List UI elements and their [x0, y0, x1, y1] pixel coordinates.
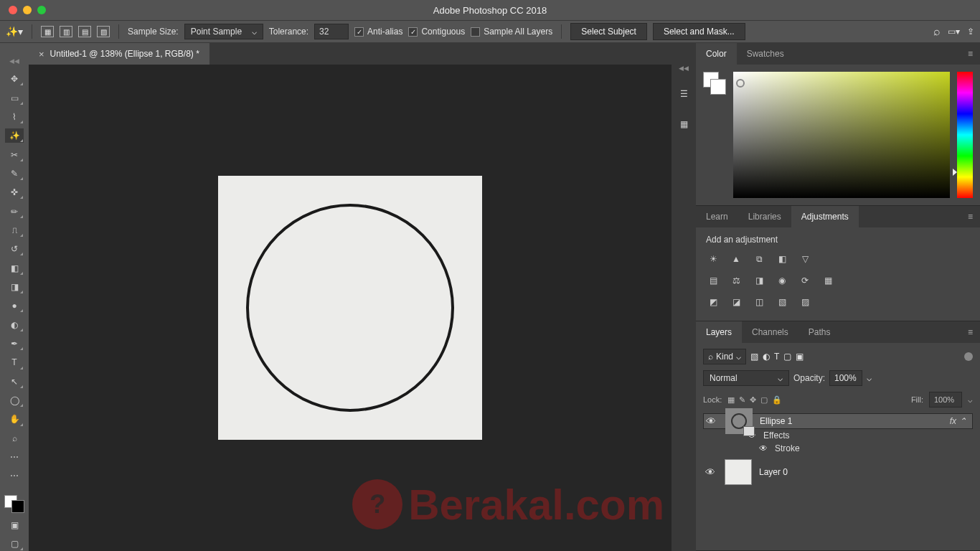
magic-wand-tool[interactable]: ✨ [5, 128, 24, 143]
close-window-icon[interactable] [9, 6, 17, 14]
filter-smart-icon[interactable]: ▣ [796, 352, 804, 362]
select-subject-button[interactable]: Select Subject [570, 23, 647, 40]
tolerance-input[interactable] [314, 24, 349, 39]
subtract-selection-icon[interactable]: ▤ [78, 26, 91, 37]
collapse-icon[interactable]: ◀◀ [9, 57, 19, 65]
fg-bg-swatch[interactable] [703, 72, 726, 95]
exposure-icon[interactable]: ◧ [775, 252, 789, 266]
shape-tool[interactable]: ◯ [5, 393, 24, 408]
hue-slider[interactable] [957, 72, 973, 198]
brush-tool[interactable]: ✏ [5, 204, 24, 218]
edit-toolbar[interactable]: ⋯ [5, 468, 24, 483]
layer-name[interactable]: Ellipse 1 [760, 416, 792, 426]
lock-pos-icon[interactable]: ✥ [750, 395, 756, 405]
chevron-up-icon[interactable]: ⌃ [959, 416, 966, 426]
history-panel-icon[interactable]: ☰ [676, 86, 692, 102]
selective-icon[interactable]: ▨ [798, 295, 812, 309]
lock-trans-icon[interactable]: ▦ [727, 395, 735, 405]
add-selection-icon[interactable]: ▥ [60, 26, 72, 37]
fill-input[interactable]: 100% [929, 392, 962, 408]
opacity-input[interactable]: 100% [829, 370, 862, 386]
expand-dock-icon[interactable]: ◀◀ [679, 65, 689, 72]
lock-all-icon[interactable]: 🔒 [772, 395, 782, 405]
balance-icon[interactable]: ⚖ [729, 273, 743, 288]
layer-filter-select[interactable]: ⌕Kind⌵ [703, 349, 746, 364]
layer-name[interactable]: Layer 0 [759, 467, 788, 477]
posterize-icon[interactable]: ◪ [729, 295, 743, 309]
lock-paint-icon[interactable]: ✎ [739, 395, 745, 405]
blur-tool[interactable]: ● [5, 298, 24, 313]
lookup-icon[interactable]: ▦ [821, 273, 835, 288]
tab-learn[interactable]: Learn [696, 206, 738, 227]
panel-menu-icon[interactable]: ≡ [961, 321, 980, 343]
path-tool[interactable]: ↖ [5, 375, 24, 389]
visibility-icon[interactable]: 👁 [703, 466, 717, 478]
color-swatch[interactable] [4, 495, 24, 514]
tab-swatches[interactable]: Swatches [737, 43, 794, 65]
type-tool[interactable]: T [5, 355, 24, 369]
eraser-tool[interactable]: ◧ [5, 260, 24, 275]
tab-libraries[interactable]: Libraries [738, 206, 791, 227]
contiguous-checkbox[interactable]: ✓Contiguous [408, 27, 465, 37]
panel-menu-icon[interactable]: ≡ [961, 206, 980, 227]
tab-layers[interactable]: Layers [696, 321, 742, 343]
bw-icon[interactable]: ◨ [752, 273, 766, 288]
layer-row-ellipse[interactable]: 👁 Ellipse 1 fx⌃ [703, 413, 973, 429]
dodge-tool[interactable]: ◐ [5, 317, 24, 331]
history-brush-tool[interactable]: ↺ [5, 242, 24, 256]
visibility-icon[interactable]: 👁 [704, 415, 718, 427]
blend-mode-select[interactable]: Normal⌵ [703, 370, 789, 386]
mixer-icon[interactable]: ⟳ [798, 273, 812, 288]
screenmode-icon[interactable]: ▢ [5, 537, 24, 551]
threshold-icon[interactable]: ◫ [752, 295, 766, 309]
eyedropper-tool[interactable]: ✎ [5, 166, 24, 181]
levels-icon[interactable]: ▲ [729, 252, 743, 266]
gradient-tool[interactable]: ◨ [5, 280, 24, 294]
healing-tool[interactable]: ✜ [5, 185, 24, 199]
gradient-map-icon[interactable]: ▧ [775, 295, 789, 309]
properties-panel-icon[interactable]: ▦ [676, 116, 692, 132]
tab-color[interactable]: Color [696, 43, 737, 65]
filter-toggle[interactable] [964, 352, 973, 361]
photo-filter-icon[interactable]: ◉ [775, 273, 789, 288]
invert-icon[interactable]: ◩ [706, 295, 720, 309]
crop-tool[interactable]: ✂ [5, 147, 24, 161]
filter-shape-icon[interactable]: ▢ [783, 352, 791, 362]
filter-pixel-icon[interactable]: ▧ [750, 352, 758, 362]
share-icon[interactable]: ⇪ [967, 27, 974, 37]
tab-channels[interactable]: Channels [742, 321, 798, 343]
filter-adjust-icon[interactable]: ◐ [763, 352, 770, 362]
move-tool[interactable]: ✥ [5, 72, 24, 86]
curves-icon[interactable]: ⧉ [752, 252, 766, 266]
filter-type-icon[interactable]: T [774, 352, 779, 362]
hand-tool[interactable]: ✋ [5, 412, 24, 426]
canvas-viewport[interactable]: ?Berakal.com [29, 65, 672, 551]
maximize-window-icon[interactable] [37, 6, 46, 14]
zoom-tool[interactable]: ⌕ [5, 431, 24, 446]
color-field[interactable] [733, 72, 950, 198]
select-mask-button[interactable]: Select and Mask... [653, 23, 745, 40]
intersect-selection-icon[interactable]: ▧ [97, 26, 110, 37]
stroke-row[interactable]: 👁Stroke [703, 442, 973, 455]
layer-row-layer0[interactable]: 👁 Layer 0 [703, 455, 973, 489]
stamp-tool[interactable]: ⎍ [5, 223, 24, 237]
more-tools[interactable]: ⋯ [5, 450, 24, 464]
lasso-tool[interactable]: ⌇ [5, 110, 24, 124]
close-tab-icon[interactable]: × [39, 49, 44, 60]
layer-thumbnail[interactable] [725, 459, 752, 485]
search-icon[interactable]: ⌕ [933, 25, 941, 38]
hue-icon[interactable]: ▤ [706, 273, 720, 288]
layer-thumbnail[interactable] [725, 408, 753, 434]
minimize-window-icon[interactable] [23, 6, 32, 14]
antialias-checkbox[interactable]: ✓Anti-alias [354, 27, 402, 37]
fx-badge[interactable]: fx [950, 416, 956, 426]
visibility-icon[interactable]: 👁 [759, 443, 768, 453]
sample-all-checkbox[interactable]: Sample All Layers [471, 27, 552, 37]
panel-menu-icon[interactable]: ≡ [961, 43, 980, 65]
vibrance-icon[interactable]: ▽ [798, 252, 812, 266]
brightness-icon[interactable]: ☀ [706, 252, 720, 266]
lock-artboard-icon[interactable]: ▢ [760, 395, 768, 405]
sample-size-select[interactable]: Point Sample⌵ [184, 24, 263, 39]
new-selection-icon[interactable]: ▦ [41, 26, 54, 37]
document-tab[interactable]: × Untitled-1 @ 138% (Ellipse 1, RGB/8) * [29, 43, 209, 65]
